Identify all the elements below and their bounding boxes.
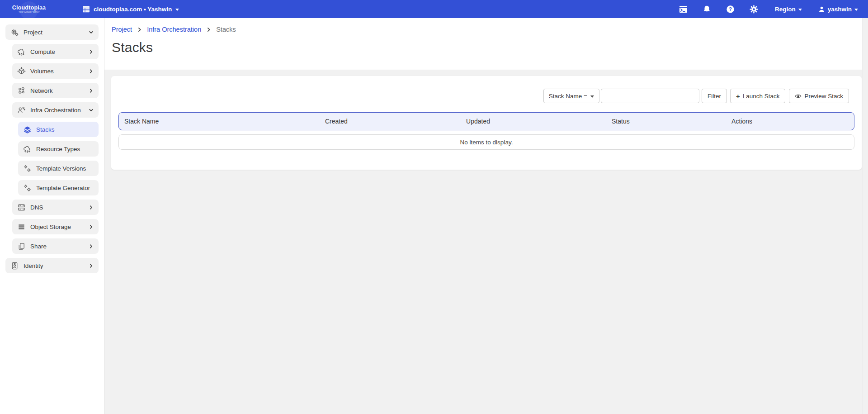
brand-tagline: Your Cloud Partner — [7, 11, 51, 14]
sidebar-item-label: Volumes — [30, 68, 54, 75]
resource-cloud-icon — [23, 145, 32, 153]
user-gear-icon — [17, 106, 26, 114]
sidebar-item-label: Template Versions — [36, 165, 86, 172]
chevron-down-icon — [175, 9, 179, 11]
terminal-icon[interactable] — [679, 5, 688, 14]
sidebar-item-volumes[interactable]: Volumes — [12, 63, 99, 79]
page-header: Project Infra Orchestration Stacks Stack… — [104, 18, 862, 70]
sidebar-item-project[interactable]: Project — [5, 24, 99, 40]
stacks-table-header: Stack Name Created Updated Status Action… — [118, 112, 854, 130]
empty-message: No items to display. — [460, 139, 513, 146]
sidebar-item-identity[interactable]: Identity — [5, 258, 99, 273]
sidebar-item-template-versions[interactable]: Template Versions — [18, 161, 99, 176]
compute-cloud-icon — [17, 48, 26, 56]
chevron-down-icon — [798, 9, 802, 11]
launch-stack-label: Launch Stack — [743, 93, 780, 100]
chevron-right-icon — [89, 205, 94, 210]
user-icon — [818, 6, 825, 13]
column-header-actions: Actions — [726, 118, 854, 125]
plus-icon: + — [736, 93, 740, 100]
project-table-icon — [82, 6, 90, 13]
breadcrumb-project-link[interactable]: Project — [112, 26, 132, 33]
user-menu[interactable]: yashwin — [818, 6, 858, 13]
stacks-card: Stack Name = Filter + Launch Stack Previ… — [111, 76, 862, 170]
chevron-right-icon — [89, 69, 94, 74]
volumes-cube-icon — [17, 67, 26, 76]
project-switcher-label: cloudtopiaa.com • Yashwin — [94, 6, 172, 13]
stacks-toolbar: Stack Name = Filter + Launch Stack Previ… — [111, 76, 862, 103]
sidebar-item-stacks[interactable]: Stacks — [18, 122, 99, 137]
chevron-down-icon — [854, 9, 858, 11]
preview-stack-label: Preview Stack — [804, 93, 843, 100]
chevron-right-icon — [89, 244, 94, 249]
navbar-right-cluster: ? Region yashwin — [665, 5, 858, 14]
help-icon[interactable]: ? — [726, 5, 735, 14]
project-switcher[interactable]: cloudtopiaa.com • Yashwin — [82, 0, 179, 18]
launch-stack-button[interactable]: + Launch Stack — [730, 89, 786, 103]
sidebar-item-label: Compute — [30, 48, 55, 55]
filter-field-label: Stack Name = — [549, 93, 587, 100]
sidebar-nav: Project Compute Volumes Network — [0, 18, 104, 414]
scrollbar[interactable] — [862, 18, 868, 414]
chevron-right-icon — [89, 49, 94, 54]
sidebar-item-label: Stacks — [36, 126, 55, 133]
sidebar-item-label: Resource Types — [36, 146, 80, 152]
page-title: Stacks — [112, 40, 862, 55]
brand-name: Cloudtopiaa — [7, 5, 51, 11]
breadcrumb-infra-orchestration-link[interactable]: Infra Orchestration — [147, 26, 201, 33]
sidebar-item-label: Infra Orchestration — [30, 107, 81, 114]
svg-text:?: ? — [729, 6, 732, 12]
sidebar-item-label: Object Storage — [30, 224, 71, 230]
column-header-created[interactable]: Created — [320, 118, 461, 125]
chevron-down-icon — [590, 95, 594, 98]
chevron-right-icon — [89, 263, 94, 268]
copy-documents-icon — [17, 242, 26, 251]
sidebar-item-dns[interactable]: DNS — [12, 200, 99, 215]
server-icon — [17, 203, 26, 212]
chevron-right-icon — [206, 27, 211, 32]
sidebar-item-label: Identity — [24, 262, 43, 269]
preview-stack-button[interactable]: Preview Stack — [789, 89, 849, 103]
empty-table-row: No items to display. — [118, 134, 854, 150]
chevron-right-icon — [137, 27, 142, 32]
sidebar-item-network[interactable]: Network — [12, 83, 99, 98]
notifications-bell-icon[interactable] — [703, 5, 712, 14]
chevron-down-icon — [89, 108, 94, 113]
breadcrumb: Project Infra Orchestration Stacks — [112, 26, 862, 33]
sidebar-item-label: Project — [24, 29, 42, 36]
bars-icon — [17, 223, 26, 231]
brand-logo[interactable]: Cloudtopiaa Your Cloud Partner — [7, 5, 51, 14]
filter-field-dropdown[interactable]: Stack Name = — [543, 89, 599, 103]
filter-search-input[interactable] — [601, 89, 699, 103]
column-header-status[interactable]: Status — [606, 118, 726, 125]
sidebar-item-label: Share — [30, 243, 47, 250]
username-label: yashwin — [828, 6, 852, 13]
sidebar-item-resource-types[interactable]: Resource Types — [18, 141, 99, 157]
sidebar-item-infra-orchestration[interactable]: Infra Orchestration — [12, 102, 99, 118]
region-label: Region — [775, 6, 796, 13]
sidebar-item-label: Template Generator — [36, 185, 90, 191]
top-navbar: Cloudtopiaa Your Cloud Partner cloudtopi… — [0, 0, 868, 18]
filter-button-label: Filter — [708, 93, 721, 100]
stacks-layers-icon — [23, 125, 32, 134]
sidebar-item-object-storage[interactable]: Object Storage — [12, 219, 99, 234]
filter-button[interactable]: Filter — [702, 89, 727, 103]
settings-gear-icon[interactable] — [750, 5, 759, 14]
sidebar-item-label: DNS — [30, 204, 43, 211]
network-nodes-icon — [17, 86, 26, 95]
sidebar-item-share[interactable]: Share — [12, 238, 99, 254]
column-header-stack-name[interactable]: Stack Name — [119, 118, 320, 125]
eye-icon — [795, 93, 802, 100]
sidebar-item-compute[interactable]: Compute — [12, 44, 99, 59]
chevron-down-icon — [89, 30, 94, 35]
gears-icon — [23, 164, 32, 173]
sidebar-item-template-generator[interactable]: Template Generator — [18, 180, 99, 195]
chevron-right-icon — [89, 224, 94, 229]
project-gear-icon — [10, 28, 19, 37]
sidebar-item-label: Network — [30, 87, 53, 94]
column-header-updated[interactable]: Updated — [461, 118, 606, 125]
id-badge-icon — [10, 262, 19, 270]
breadcrumb-current: Stacks — [216, 26, 236, 33]
region-dropdown[interactable]: Region — [775, 6, 802, 13]
chevron-right-icon — [89, 88, 94, 93]
